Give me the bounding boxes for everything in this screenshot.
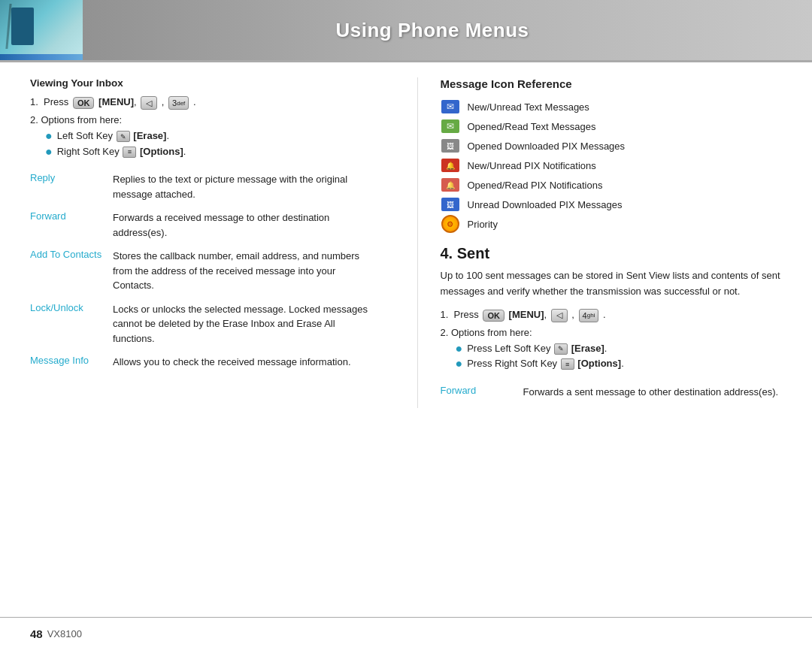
bullet-options-text: Right Soft Key ≡ [Options]. [57,146,186,158]
sent-forward-label[interactable]: Forward [441,385,523,400]
sent-step2: 2. Options from here: [441,327,783,338]
step1: 1. Press OK [MENU], ◁ , 3def . [30,96,372,110]
lock-unlock-label[interactable]: Lock/Unlock [30,302,113,346]
opened-text-label: Opened/Read Text Messages [468,121,596,132]
action-lock-unlock: Lock/Unlock Locks or unlocks the selecte… [30,302,372,346]
new-text-label: New/Unread Text Messages [468,101,589,113]
step1-text: 1. Press OK [MENU], ◁ , 3def . [30,96,196,110]
left-key-icon: ◁ [141,96,157,110]
opened-text-icon-shape: ✉ [441,119,459,133]
priority-icon-shape: ⚙ [441,215,459,233]
action-message-info: Message Info Allows you to check the rec… [30,355,372,370]
new-notif-icon: 🔔 [441,158,460,173]
key4-icon: 4ghi [579,309,599,322]
forward-label[interactable]: Forward [30,210,113,240]
footer: 48 VX8100 [0,617,812,650]
sent-step1: 1. Press OK [MENU], ◁ , 4ghi . [441,309,783,322]
left-key-icon-2: ◁ [551,309,568,322]
step2: 2. Options from here: [30,114,372,125]
unread-pix-label: Unread Downloaded PIX Messages [468,199,623,210]
icon-ref-title: Message Icon Reference [441,77,783,90]
new-text-icon-shape: ✉ [441,100,459,113]
key3-icon: 3def [168,96,189,110]
footer-model: VX8100 [47,628,82,639]
erase-key-icon-2: ✎ [554,343,568,355]
sent-bullet-erase: ● Press Left Soft Key ✎ [Erase]. [456,343,783,355]
page-title: Using Phone Menus [83,19,812,42]
priority-icon: ⚙ [441,216,460,231]
bullet-dot-4: ● [456,357,463,370]
new-notif-icon-shape: 🔔 [441,159,459,172]
sent-forward-desc: Forwards a sent message to other destina… [523,385,783,400]
opened-notif-icon: 🔔 [441,177,460,192]
sent-section: 4. Sent Up to 100 sent messages can be s… [441,245,783,399]
header-image [0,0,83,60]
new-notif-label: New/Unread PIX Notifications [468,160,596,171]
sent-step1-text: 1. Press OK [MENU], ◁ , 4ghi . [441,309,606,322]
reply-label[interactable]: Reply [30,172,113,201]
options-key-icon-2: ≡ [561,358,574,370]
action-forward: Forward Forwards a received message to o… [30,210,372,240]
bullet-dot: ● [45,129,53,143]
left-column: Viewing Your Inbox 1. Press OK [MENU], ◁… [30,77,387,408]
viewing-inbox-title: Viewing Your Inbox [30,77,372,89]
bullet-dot-2: ● [45,145,53,159]
action-reply: Reply Replies to the text or picture mes… [30,172,372,201]
icon-row-priority: ⚙ Priority [441,216,783,231]
icon-row-opened-notif: 🔔 Opened/Read PIX Notifications [441,177,783,192]
opened-pix-icon-shape: 🖼 [441,139,459,153]
options-key-icon: ≡ [123,147,136,158]
menu-label: [MENU] [98,96,134,107]
unread-pix-icon-shape: 🖼 [441,198,459,211]
right-column: Message Icon Reference ✉ New/Unread Text… [417,77,783,408]
icon-row-unread-pix: 🖼 Unread Downloaded PIX Messages [441,197,783,212]
action-add-contacts: Add To Contacts Stores the callback numb… [30,249,372,293]
message-info-desc: Allows you to check the received message… [113,355,372,370]
menu-label-2: [MENU] [509,309,544,320]
forward-desc: Forwards a received message to other des… [113,210,372,240]
sent-bullet-options: ● Press Right Soft Key ≡ [Options]. [456,358,783,370]
priority-label: Priority [468,219,498,230]
content-area: Viewing Your Inbox 1. Press OK [MENU], ◁… [0,62,812,423]
sent-action-forward: Forward Forwards a sent message to other… [441,385,783,400]
sent-heading: 4. Sent [441,245,783,262]
unread-pix-icon: 🖼 [441,197,460,212]
opened-notif-icon-shape: 🔔 [441,178,459,192]
sent-bullet-erase-text: Press Left Soft Key ✎ [Erase]. [467,343,607,355]
erase-key-icon: ✎ [117,131,130,142]
icon-row-opened-pix: 🖼 Opened Downloaded PIX Messages [441,138,783,153]
opened-pix-icon: 🖼 [441,138,460,153]
sent-bullet-options-text: Press Right Soft Key ≡ [Options]. [467,358,624,370]
add-contacts-label[interactable]: Add To Contacts [30,249,113,293]
add-contacts-desc: Stores the callback number, email addres… [113,249,372,293]
bullet-dot-3: ● [456,342,463,355]
icon-row-new-text: ✉ New/Unread Text Messages [441,99,783,114]
bullet-options: ● Right Soft Key ≡ [Options]. [45,146,372,159]
opened-notif-label: Opened/Read PIX Notifications [468,180,603,191]
opened-pix-label: Opened Downloaded PIX Messages [468,141,626,152]
sent-desc: Up to 100 sent messages can be stored in… [441,268,783,300]
reply-desc: Replies to the text or picture message w… [113,172,372,201]
icon-row-new-notif: 🔔 New/Unread PIX Notifications [441,158,783,173]
new-text-icon: ✉ [441,99,460,114]
page-header: Using Phone Menus [0,0,812,60]
bullet-erase: ● Left Soft Key ✎ [Erase]. [45,130,372,143]
icon-row-opened-text: ✉ Opened/Read Text Messages [441,119,783,134]
lock-unlock-desc: Locks or unlocks the selected message. L… [113,302,372,346]
footer-page-number: 48 [30,627,43,640]
ok-button-icon: OK [73,97,95,109]
opened-text-icon: ✉ [441,119,460,134]
message-info-label[interactable]: Message Info [30,355,113,370]
bullet-erase-text: Left Soft Key ✎ [Erase]. [57,130,169,142]
ok-button-icon-2: OK [483,310,504,322]
